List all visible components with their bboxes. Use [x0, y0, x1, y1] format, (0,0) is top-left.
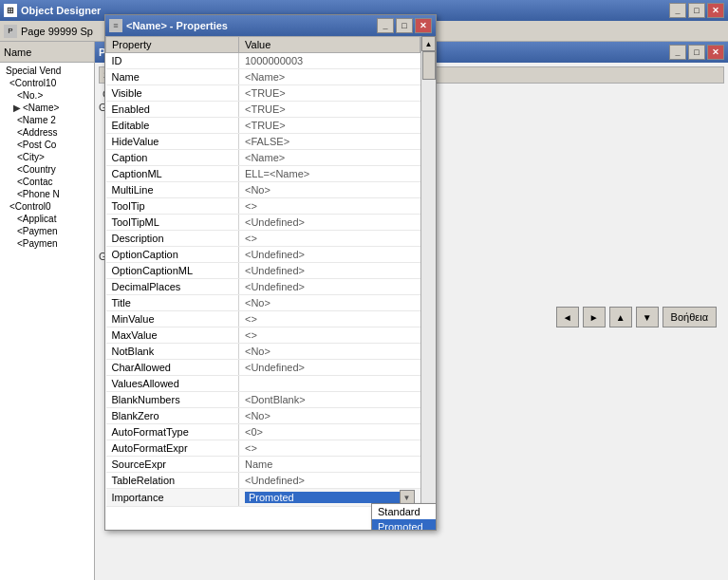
nav-forward-button[interactable]: ► — [583, 307, 606, 327]
props-table-container: Property Value ID1000000003Name<Name>Vis… — [105, 36, 420, 530]
props-cell-property-3: Enabled — [106, 102, 239, 118]
right-close-button[interactable]: ✕ — [707, 45, 724, 60]
props-row-3[interactable]: Enabled<TRUE> — [106, 102, 420, 118]
minimize-button[interactable]: _ — [669, 3, 686, 18]
props-minimize-button[interactable]: _ — [377, 18, 394, 33]
props-cell-value-15: <No> — [239, 295, 420, 311]
props-row-25[interactable]: SourceExprName — [106, 457, 420, 473]
dropdown-option-standard[interactable]: Standard — [372, 504, 436, 519]
tree-item-postco[interactable]: <Post Co — [2, 139, 92, 151]
scroll-thumb[interactable] — [422, 51, 436, 80]
props-row-4[interactable]: Editable<TRUE> — [106, 118, 420, 134]
tree-item-paymen2[interactable]: <Paymen — [2, 237, 92, 250]
props-cell-value-4: <TRUE> — [239, 118, 420, 134]
props-cell-value-19: <Undefined> — [239, 360, 420, 376]
props-row-7[interactable]: CaptionMLELL=<Name> — [106, 166, 420, 182]
tree-item-name2[interactable]: <Name 2 — [2, 114, 92, 126]
props-content: Property Value ID1000000003Name<Name>Vis… — [105, 36, 436, 530]
importance-value: Promoted — [245, 492, 400, 503]
page-label: Page 99999 Sp — [21, 26, 93, 37]
close-button[interactable]: ✕ — [707, 3, 724, 18]
scroll-track — [421, 51, 436, 515]
nav-back-button[interactable]: ◄ — [556, 307, 579, 327]
help-button[interactable]: Βοήθεια — [663, 307, 717, 327]
tree-item-paymen1[interactable]: <Paymen — [2, 225, 92, 237]
props-cell-property-0: ID — [106, 53, 239, 69]
nav-up-button[interactable]: ▲ — [609, 307, 632, 327]
nav-down-button[interactable]: ▼ — [636, 307, 659, 327]
tree-item-control10[interactable]: <Control10 — [2, 77, 92, 89]
right-maximize-button[interactable]: □ — [688, 45, 705, 60]
props-row-18[interactable]: NotBlank<No> — [106, 344, 420, 360]
scroll-up-button[interactable]: ▲ — [421, 36, 436, 51]
props-cell-value-22: <No> — [239, 408, 420, 424]
props-maximize-button[interactable]: □ — [396, 18, 413, 33]
props-row-15[interactable]: Title<No> — [106, 295, 420, 311]
props-row-20[interactable]: ValuesAllowed — [106, 376, 420, 392]
props-row-16[interactable]: MinValue<> — [106, 311, 420, 327]
tree-item-address[interactable]: <Address — [2, 126, 92, 139]
props-scrollbar[interactable]: ▲ ▼ — [420, 36, 436, 530]
props-row-6[interactable]: Caption<Name> — [106, 150, 420, 166]
props-row-14[interactable]: DecimalPlaces<Undefined> — [106, 279, 420, 295]
props-cell-value-10: <Undefined> — [239, 215, 420, 231]
props-cell-value-16: <> — [239, 311, 420, 327]
props-cell-value-24: <> — [239, 440, 420, 457]
tree-item-country[interactable]: <Country — [2, 163, 92, 176]
tree-item-city[interactable]: <City> — [2, 151, 92, 163]
props-close-button[interactable]: ✕ — [415, 18, 432, 33]
right-panel-controls: _ □ ✕ — [669, 45, 724, 60]
props-row-19[interactable]: CharAllowed<Undefined> — [106, 360, 420, 376]
props-cell-property-24: AutoFormatExpr — [106, 440, 239, 457]
right-minimize-button[interactable]: _ — [669, 45, 686, 60]
col-value: Value — [239, 37, 420, 53]
props-row-21[interactable]: BlankNumbers<DontBlank> — [106, 392, 420, 408]
tree-header: Name — [4, 47, 31, 58]
props-row-23[interactable]: AutoFormatType<0> — [106, 424, 420, 440]
page-icon: P — [4, 25, 17, 38]
tree-toolbar: Name — [0, 42, 94, 63]
props-row-10[interactable]: ToolTipML<Undefined> — [106, 215, 420, 231]
props-cell-property-5: HideValue — [106, 134, 239, 150]
props-cell-property-19: CharAllowed — [106, 360, 239, 376]
tree-item-name[interactable]: ▶ <Name> — [2, 102, 92, 114]
tree-item-name-label: <Name> — [23, 103, 59, 113]
props-cell-property-11: Description — [106, 231, 239, 247]
props-cell-property-12: OptionCaption — [106, 247, 239, 263]
tree-item-phone[interactable]: <Phone N — [2, 188, 92, 200]
props-row-0[interactable]: ID1000000003 — [106, 53, 420, 69]
props-row-17[interactable]: MaxValue<> — [106, 327, 420, 344]
tree-item-no[interactable]: <No.> — [2, 89, 92, 102]
tree-item-contact[interactable]: <Contac — [2, 176, 92, 188]
tree-item-applicat[interactable]: <Applicat — [2, 213, 92, 225]
props-cell-property-10: ToolTipML — [106, 215, 239, 231]
props-row-9[interactable]: ToolTip<> — [106, 198, 420, 215]
props-title: <Name> - Properties — [126, 20, 228, 31]
props-cell-value-25: Name — [239, 457, 420, 473]
props-cell-property-21: BlankNumbers — [106, 392, 239, 408]
props-row-2[interactable]: Visible<TRUE> — [106, 85, 420, 102]
props-row-12[interactable]: OptionCaption<Undefined> — [106, 247, 420, 263]
props-row-8[interactable]: MultiLine<No> — [106, 182, 420, 198]
props-row-13[interactable]: OptionCaptionML<Undefined> — [106, 263, 420, 279]
props-cell-property-7: CaptionML — [106, 166, 239, 182]
props-cell-property-2: Visible — [106, 85, 239, 102]
main-window-controls: _ □ ✕ — [669, 3, 724, 18]
props-cell-value-9: <> — [239, 198, 420, 215]
props-cell-value-1: <Name> — [239, 69, 420, 85]
tree-panel: Name Special Vend <Control10 <No.> ▶ <Na… — [0, 42, 95, 580]
maximize-button[interactable]: □ — [688, 3, 705, 18]
props-row-24[interactable]: AutoFormatExpr<> — [106, 440, 420, 457]
props-cell-value-13: <Undefined> — [239, 263, 420, 279]
tree-item-special[interactable]: Special Vend — [2, 65, 92, 77]
props-row-11[interactable]: Description<> — [106, 231, 420, 247]
props-cell-property-20: ValuesAllowed — [106, 376, 239, 392]
props-row-26[interactable]: TableRelation<Undefined> — [106, 473, 420, 489]
props-cell-property-23: AutoFormatType — [106, 424, 239, 440]
props-row-22[interactable]: BlankZero<No> — [106, 408, 420, 424]
dropdown-option-promoted[interactable]: Promoted — [372, 519, 436, 530]
props-controls: _ □ ✕ — [377, 18, 432, 33]
props-row-5[interactable]: HideValue<FALSE> — [106, 134, 420, 150]
props-row-1[interactable]: Name<Name> — [106, 69, 420, 85]
tree-item-control0[interactable]: <Control0 — [2, 200, 92, 213]
